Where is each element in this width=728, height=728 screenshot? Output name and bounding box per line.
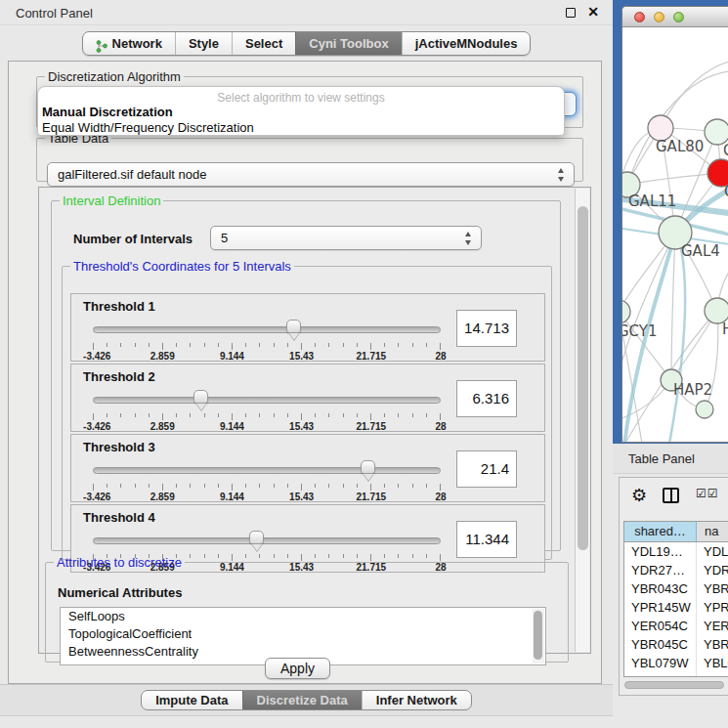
tab-jactivemnodules[interactable]: jActiveMNodules bbox=[402, 32, 531, 55]
tab-group: NetworkStyleSelectCyni ToolboxjActiveMNo… bbox=[82, 31, 532, 56]
table-cell: YPR145W bbox=[624, 598, 697, 617]
slider-thumb[interactable] bbox=[361, 460, 375, 474]
table-cell: YPR1 bbox=[697, 598, 728, 617]
apply-button[interactable]: Apply bbox=[265, 658, 330, 679]
combo-stepper-icon bbox=[558, 168, 565, 182]
table-cell: YLR345W bbox=[624, 672, 697, 677]
attributes-scrollbar[interactable] bbox=[533, 609, 544, 664]
numerical-attributes-list[interactable]: SelfLoopsTopologicalCoefficientBetweenne… bbox=[60, 607, 546, 665]
table-cell: YBR045C bbox=[624, 635, 697, 654]
table-cell: YBL079W bbox=[624, 654, 697, 672]
tab-impute-data[interactable]: Impute Data bbox=[142, 691, 241, 709]
threshold-slider-2[interactable]: -3.4262.8599.14415.4321.71528 bbox=[93, 390, 441, 429]
table-row[interactable]: YBR043CYBR0 bbox=[624, 579, 728, 598]
slider-thumb[interactable] bbox=[249, 531, 264, 544]
tab-select[interactable]: Select bbox=[232, 32, 295, 55]
slider-track[interactable] bbox=[93, 467, 441, 474]
slider-track[interactable] bbox=[93, 326, 441, 333]
table-row[interactable]: YBL079WYBL0 bbox=[624, 654, 728, 672]
slider-track[interactable] bbox=[93, 397, 441, 404]
table-cell: YDR2 bbox=[697, 561, 728, 579]
edge-node[interactable] bbox=[696, 401, 713, 418]
threshold-value-field-3[interactable]: 21.4 bbox=[456, 450, 517, 488]
minimize-traffic-light-icon[interactable] bbox=[654, 12, 664, 22]
settings-vertical-scrollbar[interactable] bbox=[575, 189, 589, 652]
network-canvas[interactable]: GAL80GACGAL11GAL4GCY1HHAP2 bbox=[622, 27, 728, 443]
table-row[interactable]: YPR145WYPR1 bbox=[624, 598, 728, 617]
num-intervals-combobox[interactable]: 5 bbox=[210, 226, 482, 250]
slider-track[interactable] bbox=[93, 537, 441, 544]
attributes-group: Attributes to discretize Numerical Attri… bbox=[45, 555, 569, 663]
dropdown-item-equal-width-frequency[interactable]: Equal Width/Frequency Discretization bbox=[38, 120, 564, 136]
tab-label: Network bbox=[112, 32, 162, 56]
network-window-frame: GAL80GACGAL11GAL4GCY1HHAP2 bbox=[613, 0, 728, 444]
threshold-value-field-2[interactable]: 6.316 bbox=[456, 380, 517, 417]
table-row[interactable]: YDR27…YDR2 bbox=[624, 561, 728, 579]
control-panel-tabbar: NetworkStyleSelectCyni ToolboxjActiveMNo… bbox=[0, 31, 613, 56]
network-window: GAL80GACGAL11GAL4GCY1HHAP2 bbox=[621, 6, 728, 443]
threshold-panel-3: Threshold 3-3.4262.8599.14415.4321.71528… bbox=[70, 434, 545, 502]
table-row[interactable]: YDL19…YDL1 bbox=[624, 542, 728, 561]
table-cell: YBL0 bbox=[697, 654, 728, 672]
table-cell: YDL1 bbox=[697, 542, 728, 561]
table-panel-body: ⚙ ☑☑ shared…na YDL19…YDL1YDR27…YDR2YBR04… bbox=[619, 477, 728, 696]
bottom-tab-group: Impute DataDiscretize DataInfer Network bbox=[141, 690, 472, 710]
threshold-slider-3[interactable]: -3.4262.8599.14415.4321.71528 bbox=[93, 460, 441, 499]
algorithm-dropdown-popup: Select algorithm to view settings Manual… bbox=[37, 86, 565, 136]
slider-thumb[interactable] bbox=[286, 320, 301, 333]
slider-tick-labels: -3.4262.8599.14415.4321.71528 bbox=[93, 351, 441, 363]
column-header-name[interactable]: na bbox=[697, 522, 728, 541]
tab-cyni-toolbox[interactable]: Cyni Toolbox bbox=[295, 32, 401, 55]
attribute-item[interactable]: SelfLoops bbox=[61, 608, 545, 625]
column-header-shared-name[interactable]: shared… bbox=[624, 522, 697, 541]
close-traffic-light-icon[interactable] bbox=[634, 12, 645, 22]
slider-tick-labels: -3.4262.8599.14415.4321.71528 bbox=[93, 492, 441, 503]
interval-definition-group: Interval Definition Number of Intervals … bbox=[51, 193, 561, 551]
float-window-icon[interactable] bbox=[566, 8, 576, 18]
threshold-label: Threshold 3 bbox=[83, 440, 155, 454]
tab-style[interactable]: Style bbox=[175, 32, 232, 55]
table-toolbar: ⚙ ☑☑ bbox=[620, 484, 728, 511]
node-label-HAP2: HAP2 bbox=[673, 381, 712, 399]
threshold-label: Threshold 4 bbox=[83, 510, 155, 525]
control-panel: Control Panel ✕ NetworkStyleSelectCyni T… bbox=[0, 0, 613, 728]
zoom-traffic-light-icon[interactable] bbox=[673, 12, 684, 22]
threshold-value-field-1[interactable]: 14.713 bbox=[456, 310, 517, 347]
table-data-group: Table Data galFiltered.sif default node bbox=[36, 131, 583, 182]
slider-thumb[interactable] bbox=[193, 390, 208, 404]
right-region: GAL80GACGAL11GAL4GCY1HHAP2 Table Panel ⚙… bbox=[613, 0, 728, 728]
table-data-combobox[interactable]: galFiltered.sif default node bbox=[47, 162, 575, 187]
threshold-panel-2: Threshold 2-3.4262.8599.14415.4321.71528… bbox=[70, 364, 545, 432]
close-icon[interactable]: ✕ bbox=[587, 4, 599, 20]
threshold-panel-1: Threshold 1-3.4262.8599.14415.4321.71528… bbox=[70, 293, 545, 362]
threshold-coordinates-legend: Threshold's Coordinates for 5 Intervals bbox=[70, 259, 294, 274]
node-label-C: C bbox=[724, 183, 728, 200]
network-window-titlebar[interactable] bbox=[622, 7, 728, 27]
node-table: shared…na YDL19…YDL1YDR27…YDR2YBR043CYBR… bbox=[623, 521, 728, 677]
table-cell: YER0 bbox=[697, 617, 728, 635]
tab-discretize-data[interactable]: Discretize Data bbox=[242, 691, 362, 709]
discretization-algorithm-legend: Discretization Algorithm bbox=[45, 69, 184, 84]
cyni-bottom-tabbar: Impute DataDiscretize DataInfer Network bbox=[0, 684, 613, 716]
control-panel-titlebar: Control Panel ✕ bbox=[0, 0, 613, 25]
tab-infer-network[interactable]: Infer Network bbox=[362, 691, 471, 709]
threshold-value-field-4[interactable]: 11.344 bbox=[456, 521, 517, 558]
GCY1-node[interactable] bbox=[622, 300, 630, 323]
table-horizontal-scrollbar[interactable] bbox=[623, 681, 728, 690]
table-cell: YBR043C bbox=[624, 579, 697, 598]
gear-icon[interactable]: ⚙ bbox=[631, 486, 647, 505]
threshold-slider-1[interactable]: -3.4262.8599.14415.4321.71528 bbox=[93, 320, 441, 359]
interval-definition-legend: Interval Definition bbox=[60, 193, 163, 208]
dropdown-item-manual-discretization[interactable]: Manual Discretization bbox=[38, 105, 564, 120]
tab-label: jActiveMNodules bbox=[415, 32, 518, 56]
tab-network[interactable]: Network bbox=[83, 32, 175, 55]
node-label-GAL11: GAL11 bbox=[628, 193, 676, 210]
table-row[interactable]: YBR045CYBR0 bbox=[624, 635, 728, 654]
settings-scrollpane: Interval Definition Number of Intervals … bbox=[38, 187, 591, 654]
attribute-item[interactable]: TopologicalCoefficient bbox=[61, 625, 545, 643]
table-cell: YLR3 bbox=[697, 672, 728, 677]
table-row[interactable]: YER054CYER0 bbox=[624, 617, 728, 635]
split-columns-icon[interactable] bbox=[663, 488, 679, 503]
table-row[interactable]: YLR345WYLR3 bbox=[624, 672, 728, 677]
select-checkboxes-icon[interactable]: ☑☑ bbox=[696, 487, 719, 500]
